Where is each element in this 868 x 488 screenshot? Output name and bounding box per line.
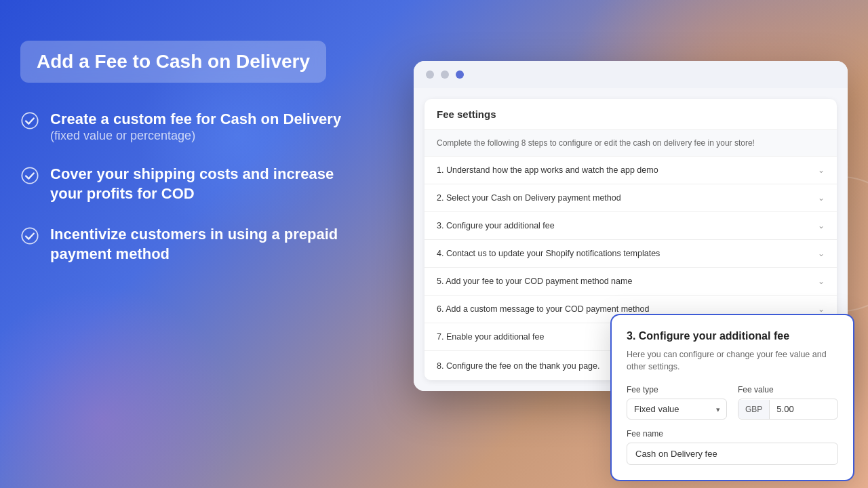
fee-name-input[interactable] <box>627 443 838 465</box>
fee-settings-header: Fee settings <box>425 99 837 130</box>
chevron-down-icon-4: ⌄ <box>818 249 825 258</box>
popup-title: 3. Configure your additional fee <box>627 330 838 342</box>
fee-currency: GBP <box>738 400 770 419</box>
fee-type-label: Fee type <box>627 385 727 394</box>
accordion-step-1[interactable]: 1. Understand how the app works and watc… <box>425 157 837 184</box>
feature-list: Create a custom fee for Cash on Delivery… <box>20 110 346 264</box>
fee-value-group: Fee value GBP <box>738 385 838 420</box>
fee-amount-input[interactable] <box>770 399 817 419</box>
check-circle-icon-3 <box>20 226 39 245</box>
feature-item-1: Create a custom fee for Cash on Delivery… <box>20 110 346 144</box>
feature-item-3: Incentivize customers in using a prepaid… <box>20 225 346 264</box>
browser-dot-3 <box>456 70 464 79</box>
fee-value-label: Fee value <box>738 385 838 394</box>
accordion-step-5[interactable]: 5. Add your fee to your COD payment meth… <box>425 268 837 296</box>
accordion-step-3[interactable]: 3. Configure your additional fee ⌄ <box>425 212 837 240</box>
fee-name-label: Fee name <box>627 429 838 439</box>
popup-form-row-1: Fee type Fixed value Percentage Fee valu… <box>627 385 838 420</box>
fee-type-group: Fee type Fixed value Percentage <box>627 385 727 420</box>
browser-dot-2 <box>441 70 449 79</box>
chevron-down-icon-6: ⌄ <box>818 304 825 314</box>
page-title: Add a Fee to Cash on Delivery <box>37 50 310 73</box>
info-bar: Complete the following 8 steps to config… <box>425 130 837 157</box>
svg-point-0 <box>22 113 37 128</box>
browser-dot-1 <box>426 70 434 79</box>
popup-subtitle: Here you can configure or change your fe… <box>627 349 838 373</box>
fee-type-select-wrapper[interactable]: Fixed value Percentage <box>627 399 727 420</box>
feature-item-2: Cover your shipping costs and increase y… <box>20 165 346 203</box>
feature-text-1: Create a custom fee for Cash on Delivery… <box>50 110 341 144</box>
browser-topbar <box>414 61 848 88</box>
check-circle-icon-1 <box>20 111 39 130</box>
accordion-step-4[interactable]: 4. Contact us to update your Shopify not… <box>425 240 837 268</box>
chevron-down-icon-1: ⌄ <box>818 165 825 175</box>
fee-name-group: Fee name <box>627 429 838 465</box>
accordion-step-2[interactable]: 2. Select your Cash on Delivery payment … <box>425 184 837 212</box>
fee-value-input-wrapper: GBP <box>738 399 838 420</box>
chevron-down-icon-5: ⌄ <box>818 277 825 286</box>
configure-popup: 3. Configure your additional fee Here yo… <box>610 314 854 481</box>
check-circle-icon-2 <box>20 166 39 185</box>
fee-type-select[interactable]: Fixed value Percentage <box>627 399 727 420</box>
chevron-down-icon-2: ⌄ <box>818 193 825 203</box>
feature-text-3: Incentivize customers in using a prepaid… <box>50 225 346 264</box>
left-panel: Add a Fee to Cash on Delivery Create a c… <box>20 41 346 264</box>
title-badge: Add a Fee to Cash on Delivery <box>20 41 326 83</box>
svg-point-2 <box>22 228 37 244</box>
feature-text-2: Cover your shipping costs and increase y… <box>50 165 346 203</box>
svg-point-1 <box>22 168 37 184</box>
chevron-down-icon-3: ⌄ <box>818 221 825 230</box>
